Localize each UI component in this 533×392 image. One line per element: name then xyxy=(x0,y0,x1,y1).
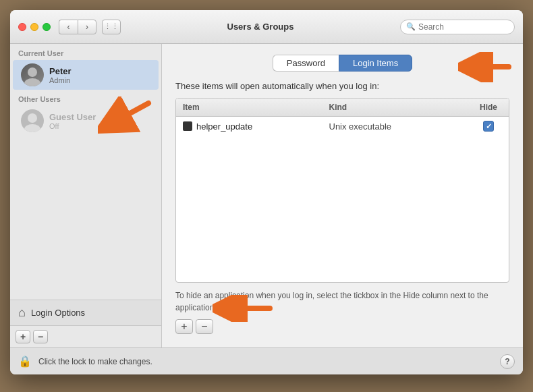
close-button[interactable] xyxy=(18,23,26,31)
hide-checkbox[interactable] xyxy=(483,121,494,132)
sidebar-bottom-bar: + − xyxy=(10,325,161,347)
user-name-guest: Guest User xyxy=(49,112,96,122)
help-button[interactable]: ? xyxy=(500,354,515,369)
table-row: helper_update Unix executable xyxy=(176,117,509,136)
forward-button[interactable]: › xyxy=(78,20,96,34)
footer-text: To hide an application when you log in, … xyxy=(175,289,509,314)
user-item-peter[interactable]: Peter Admin xyxy=(13,60,159,90)
maximize-button[interactable] xyxy=(43,23,51,31)
user-role-peter: Admin xyxy=(49,76,72,84)
sidebar-remove-button[interactable]: − xyxy=(33,330,48,343)
sidebar: Current User Peter Admin Other Users xyxy=(10,44,162,347)
items-table: Item Kind Hide helper_update Unix execut… xyxy=(175,98,509,283)
lock-icon[interactable]: 🔒 xyxy=(18,355,32,368)
main-panel: Password Login Items These items will op… xyxy=(162,44,523,347)
tab-login-items[interactable]: Login Items xyxy=(339,55,412,72)
user-name-peter: Peter xyxy=(49,66,72,76)
table-body: helper_update Unix executable xyxy=(176,117,509,282)
user-info-peter: Peter Admin xyxy=(49,66,72,84)
content-area: Current User Peter Admin Other Users xyxy=(10,44,523,347)
main-window: ‹ › ⋮⋮ Users & Groups 🔍 Current User xyxy=(10,10,523,374)
app-icon xyxy=(183,121,192,131)
svg-point-0 xyxy=(28,67,37,77)
minimize-button[interactable] xyxy=(30,23,38,31)
window-bottom-bar: 🔒 Click the lock to make changes. ? xyxy=(10,347,523,374)
login-options-label: Login Options xyxy=(31,308,85,318)
avatar-peter xyxy=(21,63,44,86)
grid-button[interactable]: ⋮⋮ xyxy=(102,20,121,34)
col-header-kind: Kind xyxy=(322,101,469,113)
traffic-lights xyxy=(18,23,51,31)
user-item-guest[interactable]: Guest User Off xyxy=(13,106,159,136)
search-box[interactable]: 🔍 xyxy=(400,20,515,34)
description-text: These items will open automatically when… xyxy=(175,81,509,91)
sidebar-add-button[interactable]: + xyxy=(16,330,30,343)
user-info-guest: Guest User Off xyxy=(49,112,96,130)
svg-point-1 xyxy=(24,78,40,86)
window-title: Users & Groups xyxy=(126,22,395,32)
titlebar: ‹ › ⋮⋮ Users & Groups 🔍 xyxy=(10,10,523,44)
col-header-item: Item xyxy=(176,101,322,113)
segmented-control: Password Login Items xyxy=(273,55,412,72)
row-item-label: helper_update xyxy=(196,121,252,132)
row-item-name: helper_update xyxy=(176,121,322,132)
bottom-buttons: + − xyxy=(175,319,509,334)
row-kind-label: Unix executable xyxy=(322,121,469,132)
add-item-button[interactable]: + xyxy=(175,319,193,334)
table-header: Item Kind Hide xyxy=(176,99,509,117)
house-icon: ⌂ xyxy=(18,306,26,320)
login-options-item[interactable]: ⌂ Login Options xyxy=(10,300,161,325)
svg-point-2 xyxy=(28,113,37,123)
tab-password[interactable]: Password xyxy=(273,55,339,72)
col-header-hide: Hide xyxy=(468,101,509,113)
nav-buttons: ‹ › xyxy=(59,20,96,34)
svg-point-3 xyxy=(24,124,40,132)
other-users-label: Other Users xyxy=(10,90,161,106)
lock-label: Click the lock to make changes. xyxy=(38,357,493,366)
search-icon: 🔍 xyxy=(406,22,416,31)
back-button[interactable]: ‹ xyxy=(59,20,78,34)
remove-item-button[interactable]: − xyxy=(196,319,213,334)
row-hide-checkbox[interactable] xyxy=(468,121,509,132)
user-role-guest: Off xyxy=(49,122,96,130)
current-user-label: Current User xyxy=(10,44,161,60)
search-input[interactable] xyxy=(418,22,506,32)
avatar-guest xyxy=(21,109,44,132)
